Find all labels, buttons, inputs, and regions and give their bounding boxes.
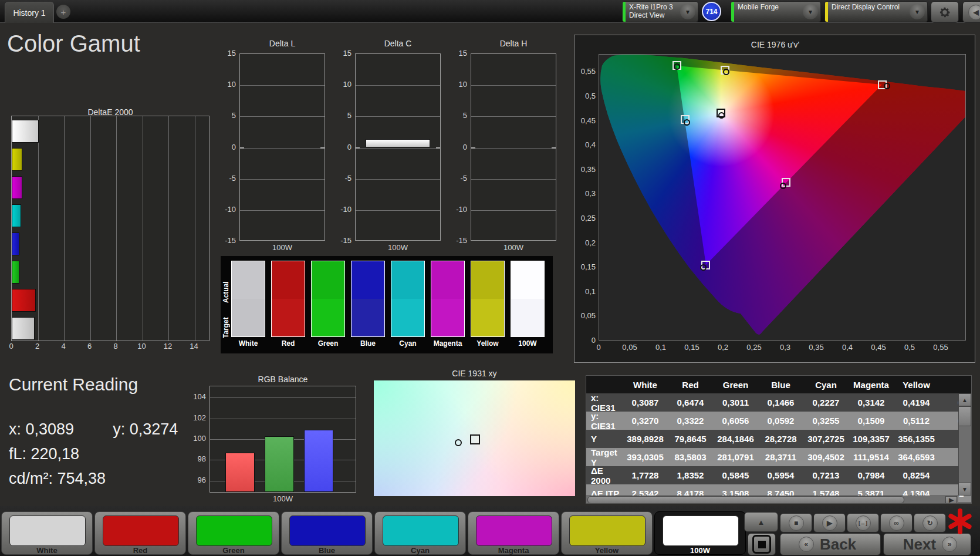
pattern-button-100w[interactable]: 100W xyxy=(654,511,746,555)
stop-button[interactable]: ■ xyxy=(780,513,812,533)
swatch-green xyxy=(311,261,345,337)
delta_c-plot-area xyxy=(355,53,441,241)
swatch-actual xyxy=(232,261,265,299)
pattern-button-cyan[interactable]: Cyan xyxy=(374,511,466,555)
table-row: y: CIE310,32700,33220,60560,05920,32550,… xyxy=(586,412,972,430)
table-cell: 0,1509 xyxy=(849,412,894,430)
x-tick-label: 2 xyxy=(31,342,45,351)
swatch-red xyxy=(271,261,305,337)
x-tick-label: 0,3 xyxy=(775,343,796,352)
x-tick-label: 14 xyxy=(187,342,201,351)
scroll-up-button[interactable]: ▲ xyxy=(958,393,971,406)
swatch-label: White xyxy=(231,339,265,348)
x-tick-label: 0,15 xyxy=(681,343,702,352)
swatch-label: Blue xyxy=(351,339,385,348)
rgb-bar-green xyxy=(265,436,294,492)
pattern-button-red[interactable]: Red xyxy=(94,511,186,555)
rgb-bar-red xyxy=(225,453,255,492)
scroll-down-button[interactable]: ▼ xyxy=(958,483,971,496)
table-cell: 0,3255 xyxy=(803,412,849,430)
x-tick-label: 0,05 xyxy=(619,343,640,352)
table-header-row: WhiteRedGreenBlueCyanMagentaYellow xyxy=(586,376,972,393)
swatch-actual xyxy=(431,261,464,299)
settings-button[interactable] xyxy=(931,1,959,23)
pattern-size-button[interactable]: [↔] xyxy=(847,513,879,533)
swatch-actual xyxy=(391,261,424,299)
tab-history-1[interactable]: History 1 xyxy=(5,2,54,23)
x-tick-label: 0,1 xyxy=(650,343,671,352)
gridline xyxy=(90,116,91,341)
gridline xyxy=(168,116,169,341)
chevron-down-icon[interactable]: ▼ xyxy=(680,4,695,19)
x-tick-label: 0,25 xyxy=(744,343,765,352)
y-tick-label: 0 xyxy=(217,143,236,151)
swatch-actual xyxy=(272,261,305,299)
play-button-icon: ▶ xyxy=(822,515,837,531)
pattern-button-blue[interactable]: Blue xyxy=(281,511,373,555)
table-cell: 0,7213 xyxy=(803,466,849,484)
next-button-label: Next xyxy=(903,535,936,554)
column-header: Blue xyxy=(758,376,803,393)
pattern-button-green[interactable]: Green xyxy=(188,511,279,555)
table-cell: 284,1846 xyxy=(713,430,758,448)
pattern-swatch xyxy=(569,515,646,546)
h-scroll-thumb[interactable] xyxy=(587,496,904,504)
v-scroll-thumb[interactable] xyxy=(958,406,971,426)
column-header: Green xyxy=(713,376,758,393)
y-tick-label: 0,2 xyxy=(575,238,596,247)
delta_l-plot-area xyxy=(239,53,325,241)
workflow-dropdown[interactable]: Direct Display Control ▼ xyxy=(824,1,928,22)
y-tick-label: 5 xyxy=(448,111,467,120)
collapse-panel-button[interactable]: ◀ xyxy=(962,1,980,23)
delta_c-bar-100w xyxy=(366,139,430,148)
back-button[interactable]: «Back xyxy=(780,533,881,555)
table-cell: 83,5803 xyxy=(668,448,713,466)
play-button[interactable]: ▶ xyxy=(813,513,846,533)
x-axis-label: 100W xyxy=(471,243,556,252)
delta-e-bar-cyan xyxy=(12,204,21,227)
table-cell: 0,0592 xyxy=(758,412,803,430)
chart-title: Delta L xyxy=(239,39,325,48)
loop-button[interactable]: ∞ xyxy=(880,513,913,533)
y-tick-label: 0,05 xyxy=(575,311,596,320)
table-cell: 281,0791 xyxy=(713,448,758,466)
chevron-down-icon[interactable]: ▼ xyxy=(910,4,925,19)
pattern-button-white[interactable]: White xyxy=(1,511,93,555)
zero-tick xyxy=(356,147,360,149)
delta_l-chart: Delta L151050-5-10-15100W xyxy=(217,39,330,251)
delta-e-bar-white xyxy=(12,317,35,340)
y-tick-label: 0,45 xyxy=(575,116,596,125)
refresh-button[interactable]: ↻ xyxy=(914,513,946,533)
y-tick-label: 0,4 xyxy=(575,140,596,149)
chart-title: RGB Balance xyxy=(209,375,356,384)
y-tick-label: 0,25 xyxy=(575,214,596,223)
pattern-swatch xyxy=(663,515,739,546)
add-tab-button[interactable]: + xyxy=(56,5,70,19)
pattern-button-magenta[interactable]: Magenta xyxy=(468,511,559,555)
y-tick-label: 15 xyxy=(333,49,352,58)
gridline xyxy=(64,116,65,341)
gridline xyxy=(356,148,440,149)
pattern-button-yellow[interactable]: Yellow xyxy=(561,511,653,555)
y-tick-label: -15 xyxy=(217,236,236,245)
scroll-right-button[interactable]: ▶ xyxy=(945,496,957,504)
y-tick-label: 0,55 xyxy=(575,67,596,76)
target-row-label: Target xyxy=(222,299,231,356)
table-cell: 364,6593 xyxy=(894,448,939,466)
source-dropdown[interactable]: Mobile Forge ▼ xyxy=(731,1,821,22)
swatch-target xyxy=(352,299,384,336)
gridline xyxy=(356,116,440,117)
y-tick-label: 96 xyxy=(188,476,206,484)
next-button[interactable]: Next» xyxy=(883,533,971,555)
column-header: Yellow xyxy=(894,376,939,393)
chevron-down-icon[interactable]: ▼ xyxy=(803,4,818,19)
pattern-window-up-button[interactable]: ▲ xyxy=(744,512,778,532)
column-header: Cyan xyxy=(803,376,849,393)
actual-target-swatch-strip: Actual Target WhiteRedGreenBlueCyanMagen… xyxy=(221,256,553,353)
y-tick-label: 100 xyxy=(188,434,206,443)
table-cell: 0,3087 xyxy=(623,393,668,412)
y-tick-label: 0 xyxy=(333,143,352,151)
pattern-swatch xyxy=(476,515,552,546)
pattern-window-button[interactable] xyxy=(748,533,776,555)
meter-dropdown[interactable]: X-Rite i1Pro 3 Direct View ▼ xyxy=(622,1,698,22)
